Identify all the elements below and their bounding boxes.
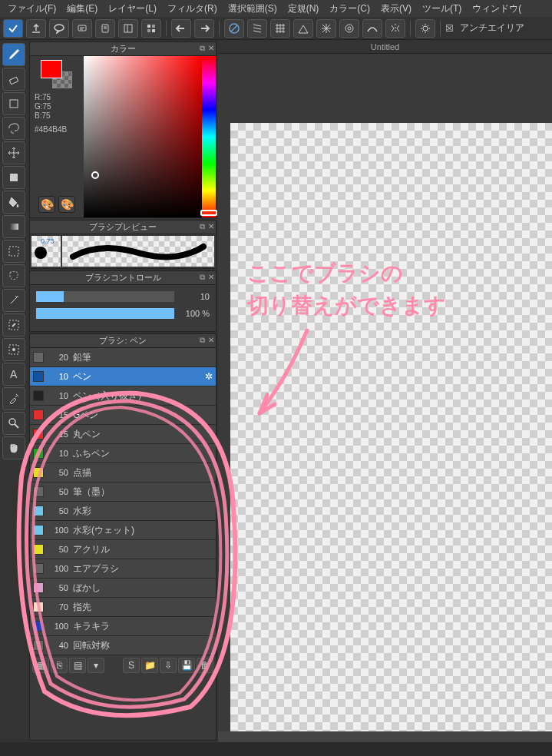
page-icon[interactable]: [95, 19, 115, 38]
move-tool[interactable]: [2, 141, 25, 164]
popout-icon[interactable]: ⧉: [200, 222, 205, 231]
layout-icon[interactable]: [118, 19, 138, 38]
brush-row[interactable]: 50水彩: [30, 502, 216, 521]
menu-file[interactable]: ファイル(F): [3, 1, 61, 17]
canvas-document[interactable]: [230, 123, 552, 734]
brush-size-label: 50: [48, 487, 68, 496]
menu-color[interactable]: カラー(C): [325, 1, 375, 17]
brush-row[interactable]: 50筆（墨）: [30, 482, 216, 502]
settings-button[interactable]: [415, 19, 435, 38]
brush-row[interactable]: 20鉛筆: [30, 348, 216, 367]
brush-save-icon[interactable]: 💾: [178, 658, 195, 673]
radial-icon[interactable]: [316, 19, 336, 38]
brush-size-label: 10: [48, 391, 68, 400]
brush-row[interactable]: 15丸ペン: [30, 425, 216, 444]
svg-rect-7: [124, 25, 132, 32]
text-tool[interactable]: A: [2, 363, 25, 386]
menu-tool[interactable]: ツール(T): [418, 1, 466, 17]
brush-color-swatch: [33, 544, 44, 555]
select-brush-tool[interactable]: [2, 338, 25, 361]
horizontal-scrollbar[interactable]: [218, 731, 552, 742]
brush-s-icon[interactable]: S: [123, 658, 140, 673]
zoom-tool[interactable]: [2, 412, 25, 435]
menu-layer[interactable]: レイヤー(L): [104, 1, 161, 17]
parallel-lines-icon[interactable]: [247, 19, 267, 38]
comment-icon[interactable]: [72, 19, 92, 38]
select-rect-tool[interactable]: [2, 240, 25, 263]
menu-norm[interactable]: 定規(N): [283, 1, 324, 17]
curve-icon[interactable]: [362, 19, 382, 38]
fillrect-tool[interactable]: [2, 166, 25, 189]
no-line-icon[interactable]: [224, 19, 244, 38]
close-icon[interactable]: ✕: [208, 273, 214, 282]
brush-control-panel: ブラシコントロール ⧉✕ 10 100 %: [29, 270, 217, 332]
hand-tool[interactable]: [2, 436, 25, 459]
size-slider[interactable]: [36, 291, 174, 302]
brush-row[interactable]: 100キラキラ: [30, 617, 216, 636]
brush-row[interactable]: 50ぼかし: [30, 579, 216, 598]
canvas-viewport[interactable]: [218, 54, 552, 742]
perspective-icon[interactable]: [293, 19, 313, 38]
eraser-tool[interactable]: [2, 68, 25, 91]
menu-window[interactable]: ウィンドウ(: [468, 1, 526, 17]
menu-edit[interactable]: 編集(E): [62, 1, 102, 17]
popout-icon[interactable]: ⧉: [200, 273, 205, 282]
concentric-icon[interactable]: [339, 19, 359, 38]
gear-icon[interactable]: ✲: [205, 371, 213, 382]
select-lasso-tool[interactable]: [2, 264, 25, 287]
bucket-tool[interactable]: [2, 191, 25, 214]
export-icon[interactable]: [26, 19, 46, 38]
close-icon[interactable]: ✕: [208, 222, 214, 231]
eyedropper-tool[interactable]: [2, 387, 25, 410]
shape-tool[interactable]: [2, 92, 25, 115]
lasso-tool[interactable]: [2, 117, 25, 140]
brush-row[interactable]: 15Gペン: [30, 406, 216, 425]
menu-filter[interactable]: フィルタ(R): [163, 1, 222, 17]
brush-size-label: 40: [48, 641, 68, 650]
redo-button[interactable]: [194, 19, 214, 38]
menu-select[interactable]: 選択範囲(S): [223, 1, 282, 17]
canvas-area: Untitled: [218, 40, 552, 742]
brush-row[interactable]: 10ふちペン: [30, 444, 216, 463]
brush-import-icon[interactable]: ⇩: [160, 658, 177, 673]
status-bar: [0, 742, 552, 756]
brush-folder-icon[interactable]: 📁: [141, 658, 158, 673]
brush-row[interactable]: 100水彩(ウェット): [30, 521, 216, 540]
undo-button[interactable]: [171, 19, 191, 38]
palette-swap-icon[interactable]: 🎨: [58, 196, 75, 213]
gradient-tool[interactable]: [2, 215, 25, 238]
brush-row[interactable]: 100エアブラシ: [30, 559, 216, 579]
brush-row[interactable]: 10ペン（入り抜き）: [30, 386, 216, 406]
brush-color-swatch: [33, 602, 44, 612]
brush-new-icon[interactable]: ▦: [32, 658, 49, 673]
close-icon[interactable]: ✕: [208, 44, 214, 53]
brush-prop-icon[interactable]: ▤: [69, 658, 86, 673]
brush-row[interactable]: 70指先: [30, 598, 216, 617]
brush-row[interactable]: 50点描: [30, 463, 216, 482]
apply-button[interactable]: [3, 19, 23, 38]
opacity-slider[interactable]: [36, 308, 174, 319]
popout-icon[interactable]: ⧉: [200, 44, 205, 53]
brush-row[interactable]: 10ペン✲: [30, 367, 216, 386]
wand-tool[interactable]: [2, 289, 25, 312]
color-picker[interactable]: [84, 56, 216, 217]
speech-icon[interactable]: [49, 19, 69, 38]
select-pen-tool[interactable]: [2, 313, 25, 337]
popout-icon[interactable]: ⧉: [200, 336, 205, 345]
brush-color-swatch: [33, 582, 44, 593]
brush-row[interactable]: 50アクリル: [30, 540, 216, 559]
symmetry-icon[interactable]: [385, 19, 405, 38]
brush-dup-icon[interactable]: ⎘: [51, 658, 68, 673]
grid-icon[interactable]: [270, 19, 290, 38]
brush-tool[interactable]: [2, 43, 25, 66]
close-icon[interactable]: ✕: [208, 336, 214, 345]
brush-row[interactable]: 40回転対称: [30, 636, 216, 655]
fg-bg-swatch[interactable]: [41, 61, 72, 88]
menu-view[interactable]: 表示(V): [376, 1, 416, 17]
brush-delete-icon[interactable]: 🗑: [197, 658, 213, 673]
document-tab[interactable]: Untitled: [218, 40, 552, 54]
palette-icon[interactable]: [141, 19, 161, 38]
brush-menu-icon[interactable]: ▾: [88, 658, 104, 673]
palette-icon[interactable]: 🎨: [38, 196, 55, 213]
brush-size-label: 10: [48, 449, 68, 458]
